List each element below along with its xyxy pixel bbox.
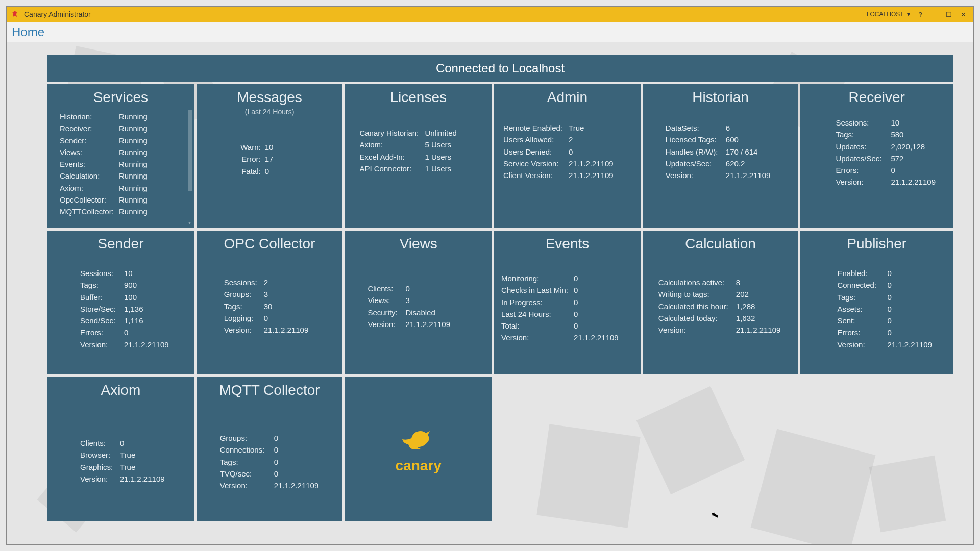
stat-row: Fatal:0 — [234, 165, 326, 177]
stat-row: Browser:True — [80, 449, 177, 461]
tile-licenses[interactable]: Licenses Canary Historian:UnlimitedAxiom… — [345, 84, 492, 228]
tile-views[interactable]: Views Clients:0Views:3Security:DisabledV… — [345, 231, 492, 374]
tile-admin[interactable]: Admin Remote Enabled:TrueUsers Allowed:2… — [494, 84, 641, 228]
tile-events[interactable]: Events Monitoring:0Checks in Last Min:0I… — [494, 231, 641, 374]
stat-label: Calculations active: — [658, 277, 732, 288]
stat-row: Assets:0 — [837, 303, 936, 315]
tile-receiver[interactable]: Receiver Sessions:10Tags:580Updates:2,02… — [800, 84, 953, 228]
stat-row: Connected:0 — [837, 279, 936, 291]
stat-row: Writing to tags:202 — [658, 288, 781, 300]
stat-row: Client Version:21.1.2.21109 — [503, 169, 623, 181]
stat-value: 6 — [726, 122, 730, 134]
stat-label: Receiver: — [60, 122, 115, 134]
minimize-button[interactable]: — — [927, 9, 942, 20]
stat-label: Graphics: — [80, 461, 116, 473]
stat-label: Views: — [368, 294, 401, 306]
stat-row: In Progress:0 — [501, 296, 623, 308]
stat-row: Version:21.1.2.21109 — [80, 473, 177, 485]
stat-value: 0 — [887, 315, 891, 327]
stat-row: Version:21.1.2.21109 — [368, 318, 474, 330]
breadcrumb[interactable]: Home — [7, 22, 973, 42]
stat-row: Sessions:10 — [80, 267, 177, 279]
stat-row: Licensed Tags:600 — [666, 134, 781, 145]
stat-row: Graphics:True — [80, 461, 177, 473]
stat-label: Client Version: — [503, 169, 565, 181]
logo-text: canary — [396, 458, 442, 474]
stat-label: Version: — [666, 169, 722, 181]
stat-value: 620.2 — [726, 158, 745, 169]
stat-label: Fatal: — [234, 165, 261, 177]
stat-row: Clients:0 — [368, 283, 474, 294]
stat-row: Version:21.1.2.21109 — [501, 332, 623, 343]
content-area: Connected to Localhost Services Historia… — [7, 42, 973, 544]
stat-row: Send/Sec:1,116 — [80, 315, 177, 327]
dashboard: Connected to Localhost Services Historia… — [47, 55, 953, 521]
stat-value: 600 — [726, 134, 739, 145]
stat-value: 0 — [574, 308, 578, 320]
tile-logo[interactable]: canary — [345, 377, 492, 521]
stat-value: 10 — [124, 267, 133, 279]
stat-label: Tags: — [224, 300, 260, 312]
stat-row: DataSets:6 — [666, 122, 781, 134]
services-scrollbar[interactable]: ▾ — [188, 110, 192, 223]
stat-value: 21.1.2.21109 — [120, 473, 165, 485]
stat-label: Version: — [836, 176, 887, 188]
stat-value: 170 / 614 — [726, 146, 758, 158]
host-dropdown[interactable]: LOCALHOST ▾ — [867, 11, 910, 18]
stat-value: 0 — [574, 320, 578, 332]
stat-value: Running — [119, 158, 148, 170]
tile-mqtt-collector[interactable]: MQTT Collector Groups:0Connections:0Tags… — [197, 377, 343, 521]
tile-opc-collector[interactable]: OPC Collector Sessions:2Groups:3Tags:30L… — [197, 231, 343, 374]
stat-row: Updates/Sec:620.2 — [666, 158, 781, 169]
stat-row: Version:21.1.2.21109 — [658, 324, 781, 336]
stat-value: 572 — [891, 153, 903, 164]
stat-label: Updates/Sec: — [836, 153, 887, 164]
stat-label: Calculation: — [60, 170, 115, 182]
stat-value: 21.1.2.21109 — [264, 324, 309, 336]
tile-historian[interactable]: Historian DataSets:6Licensed Tags:600Han… — [643, 84, 798, 228]
tile-services[interactable]: Services Historian:RunningReceiver:Runni… — [47, 84, 194, 228]
stat-label: Updates/Sec: — [666, 158, 722, 169]
scrollbar-thumb[interactable] — [188, 110, 192, 191]
tile-sender[interactable]: Sender Sessions:10Tags:900Buffer:100Stor… — [47, 231, 194, 374]
tile-body: Canary Historian:UnlimitedAxiom:5 UsersE… — [352, 108, 484, 174]
tile-calculation[interactable]: Calculation Calculations active:8Writing… — [643, 231, 798, 374]
tile-messages[interactable]: Messages (Last 24 Hours) Warn:10Error:17… — [197, 84, 343, 228]
stat-row: Events:Running — [60, 158, 182, 170]
stat-row: Sender:Running — [60, 135, 182, 146]
stat-label: Version: — [220, 480, 270, 491]
close-button[interactable]: ✕ — [956, 9, 970, 20]
stat-value: 0 — [891, 164, 895, 176]
stat-label: Handles (R/W): — [666, 146, 722, 158]
tile-body: Historian:RunningReceiver:RunningSender:… — [55, 108, 187, 217]
stat-row: Sessions:10 — [836, 117, 936, 129]
stat-value: 100 — [124, 291, 137, 303]
stat-row: Remote Enabled:True — [503, 122, 623, 134]
tile-publisher[interactable]: Publisher Enabled:0Connected:0Tags:0Asse… — [800, 231, 953, 374]
stat-value: 0 — [274, 468, 278, 480]
stat-value: 0 — [574, 272, 578, 284]
stat-label: Excel Add-In: — [359, 151, 421, 163]
tile-axiom[interactable]: Axiom Clients:0Browser:TrueGraphics:True… — [47, 377, 194, 521]
stat-value: Running — [119, 206, 148, 217]
stat-value: 21.1.2.21109 — [887, 339, 932, 350]
stat-row: Calculated today:1,632 — [658, 312, 781, 324]
stat-label: Errors: — [837, 327, 883, 338]
stat-label: Updates: — [836, 141, 887, 153]
tile-title: Views — [352, 236, 484, 252]
tile-title: Messages — [204, 89, 336, 106]
help-button[interactable]: ? — [913, 9, 927, 20]
stat-value: 5 Users — [425, 139, 451, 151]
tile-body: Groups:0Connections:0Tags:0TVQ/sec:0Vers… — [204, 400, 336, 491]
stat-row: Buffer:100 — [80, 291, 177, 303]
stat-value: 0 — [274, 456, 278, 468]
stat-value: 1,136 — [124, 303, 143, 315]
breadcrumb-home[interactable]: Home — [12, 25, 44, 39]
stat-label: Tags: — [836, 129, 887, 140]
stat-value: 1,116 — [124, 315, 143, 327]
maximize-button[interactable]: ☐ — [942, 9, 956, 20]
stat-label: Buffer: — [80, 291, 120, 303]
stat-value: 21.1.2.21109 — [124, 339, 169, 350]
stat-value: 10 — [891, 117, 899, 129]
scroll-down-icon[interactable]: ▾ — [188, 220, 192, 225]
